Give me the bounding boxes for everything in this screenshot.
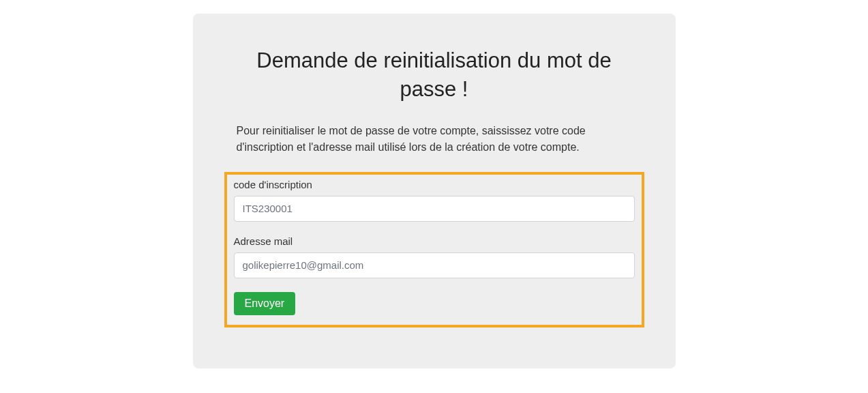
email-label: Adresse mail	[234, 235, 635, 247]
submit-button[interactable]: Envoyer	[234, 292, 296, 315]
instructions-text: Pour reinitialiser le mot de passe de vo…	[234, 123, 635, 156]
page-title: Demande de reinitialisation du mot de pa…	[234, 46, 635, 104]
code-input[interactable]	[234, 196, 635, 222]
password-reset-card: Demande de reinitialisation du mot de pa…	[193, 14, 676, 368]
email-input[interactable]	[234, 252, 635, 278]
code-label: code d'inscription	[234, 179, 635, 190]
form-highlight-box: code d'inscription Adresse mail Envoyer	[224, 172, 644, 328]
